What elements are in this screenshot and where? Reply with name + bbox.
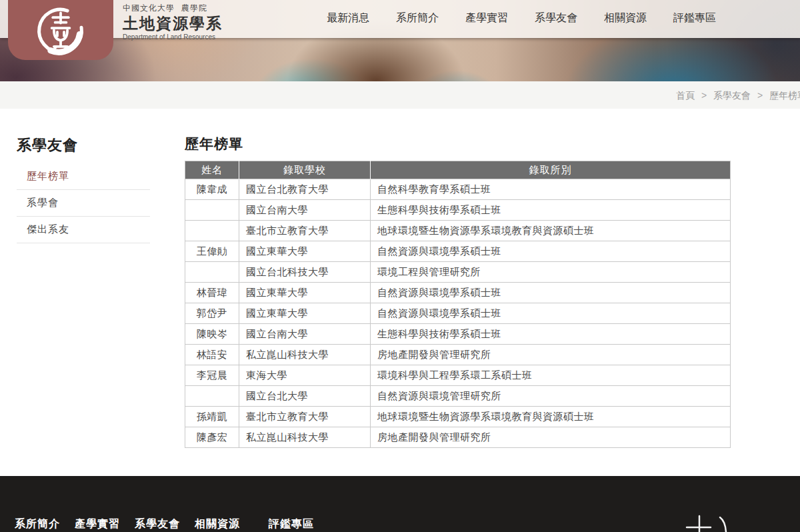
cell-program: 房地產開發與管理研究所 bbox=[371, 345, 731, 365]
table-row: 林語安私立崑山科技大學房地產開發與管理研究所 bbox=[185, 345, 731, 365]
cell-program: 生態科學與技術學系碩士班 bbox=[371, 324, 731, 345]
cell-name bbox=[185, 386, 239, 407]
cell-school: 臺北市立教育大學 bbox=[239, 407, 371, 427]
nav-item-evaluation[interactable]: 評鑑專區 bbox=[673, 11, 716, 25]
cell-school: 國立台北科技大學 bbox=[239, 262, 371, 283]
table-row: 陳韋成國立台北教育大學自然科學教育學系碩士班 bbox=[185, 179, 731, 200]
cell-school: 國立台北教育大學 bbox=[239, 179, 371, 200]
table-row: 孫靖凱臺北市立教育大學地球環境暨生物資源學系環境教育與資源碩士班 bbox=[185, 407, 731, 427]
cell-name bbox=[185, 262, 239, 283]
breadcrumb: 首頁 > 系學友會 > 歷年榜單 bbox=[676, 90, 800, 102]
honor-roll-table: 姓名 錄取學校 錄取所別 陳韋成國立台北教育大學自然科學教育學系碩士班 國立台南… bbox=[185, 161, 731, 448]
page: 最新消息 系所簡介 產學實習 系學友會 相關資源 評鑑專區 中國文化大學農學院 … bbox=[0, 0, 800, 532]
footer-link-evaluation[interactable]: 評鑑專區 bbox=[269, 517, 314, 531]
brand-text: 中國文化大學農學院 土地資源學系 Department of Land Reso… bbox=[123, 4, 223, 41]
footer-link-resources[interactable]: 相關資源 bbox=[195, 517, 240, 531]
cell-name: 孫靖凱 bbox=[185, 407, 239, 427]
sidebar-title: 系學友會 bbox=[17, 135, 150, 155]
cell-school: 東海大學 bbox=[239, 365, 371, 386]
cell-school: 國立東華大學 bbox=[239, 303, 371, 324]
cell-school: 私立崑山科技大學 bbox=[239, 427, 371, 448]
breadcrumb-separator: > bbox=[757, 90, 763, 101]
table-row: 陳映岑國立台南大學生態科學與技術學系碩士班 bbox=[185, 324, 731, 345]
footer-link-alumni[interactable]: 系學友會 bbox=[135, 517, 180, 531]
university-name: 中國文化大學 bbox=[123, 3, 175, 13]
cell-program: 自然資源與環境學系碩士班 bbox=[371, 283, 731, 303]
nav-item-resources[interactable]: 相關資源 bbox=[604, 11, 647, 25]
cell-program: 地球環境暨生物資源學系環境教育與資源碩士班 bbox=[371, 407, 731, 427]
cell-school: 私立崑山科技大學 bbox=[239, 345, 371, 365]
department-name: 土地資源學系 bbox=[123, 15, 223, 32]
cell-school: 國立東華大學 bbox=[239, 241, 371, 262]
cell-name: 林語安 bbox=[185, 345, 239, 365]
sidebar-item-student-association[interactable]: 系學會 bbox=[17, 190, 150, 217]
breadcrumb-band: 首頁 > 系學友會 > 歷年榜單 bbox=[0, 81, 800, 109]
cell-program: 房地產開發與管理研究所 bbox=[371, 427, 731, 448]
cell-program: 地球環境暨生物資源學系環境教育與資源碩士班 bbox=[371, 221, 731, 241]
top-bar: 最新消息 系所簡介 產學實習 系學友會 相關資源 評鑑專區 中國文化大學農學院 … bbox=[0, 0, 800, 38]
cell-name: 郭岱尹 bbox=[185, 303, 239, 324]
seal-logo-icon bbox=[27, 4, 94, 60]
sidebar-item-distinguished-alumni[interactable]: 傑出系友 bbox=[17, 217, 150, 243]
table-row: 臺北市立教育大學地球環境暨生物資源學系環境教育與資源碩士班 bbox=[185, 221, 731, 241]
sidebar-menu: 歷年榜單 系學會 傑出系友 bbox=[17, 163, 150, 243]
breadcrumb-home[interactable]: 首頁 bbox=[676, 90, 695, 101]
column-header-program: 錄取所別 bbox=[371, 161, 731, 179]
footer-seal-mark-icon bbox=[685, 515, 739, 532]
cell-school: 國立東華大學 bbox=[239, 283, 371, 303]
cell-school: 國立台南大學 bbox=[239, 200, 371, 221]
footer-nav: 系所簡介 產學實習 系學友會 相關資源 評鑑專區 bbox=[15, 517, 314, 531]
table-row: 王偉勛國立東華大學自然資源與環境學系碩士班 bbox=[185, 241, 731, 262]
cell-program: 自然資源與環境管理研究所 bbox=[371, 386, 731, 407]
cell-program: 生態科學與技術學系碩士班 bbox=[371, 200, 731, 221]
table-row: 郭岱尹國立東華大學自然資源與環境學系碩士班 bbox=[185, 303, 731, 324]
cell-name: 陳韋成 bbox=[185, 179, 239, 200]
cell-school: 臺北市立教育大學 bbox=[239, 221, 371, 241]
table-row: 李冠晨東海大學環境科學與工程學系環工系碩士班 bbox=[185, 365, 731, 386]
table-header-row: 姓名 錄取學校 錄取所別 bbox=[185, 161, 731, 179]
cell-program: 自然資源與環境學系碩士班 bbox=[371, 303, 731, 324]
footer-link-internship[interactable]: 產學實習 bbox=[75, 517, 120, 531]
nav-item-news[interactable]: 最新消息 bbox=[327, 11, 369, 25]
cell-school: 國立台北大學 bbox=[239, 386, 371, 407]
cell-name bbox=[185, 200, 239, 221]
department-logo[interactable] bbox=[8, 0, 113, 60]
cell-program: 環境科學與工程學系環工系碩士班 bbox=[371, 365, 731, 386]
cell-program: 自然資源與環境學系碩士班 bbox=[371, 241, 731, 262]
footer-link-about[interactable]: 系所簡介 bbox=[15, 517, 60, 531]
main-nav: 最新消息 系所簡介 產學實習 系學友會 相關資源 評鑑專區 bbox=[327, 11, 716, 25]
nav-item-internship[interactable]: 產學實習 bbox=[465, 11, 508, 25]
table-row: 國立台南大學生態科學與技術學系碩士班 bbox=[185, 200, 731, 221]
main-content: 歷年榜單 姓名 錄取學校 錄取所別 陳韋成國立台北教育大學自然科學教育學系碩士班… bbox=[185, 135, 731, 448]
table-row: 國立台北大學自然資源與環境管理研究所 bbox=[185, 386, 731, 407]
breadcrumb-current: 歷年榜單 bbox=[769, 90, 800, 101]
cell-name: 林晉瑋 bbox=[185, 283, 239, 303]
table-row: 國立台北科技大學環境工程與管理研究所 bbox=[185, 262, 731, 283]
sidebar: 系學友會 歷年榜單 系學會 傑出系友 bbox=[17, 135, 150, 243]
cell-school: 國立台南大學 bbox=[239, 324, 371, 345]
cell-name: 陳映岑 bbox=[185, 324, 239, 345]
page-title: 歷年榜單 bbox=[185, 135, 731, 153]
sidebar-item-honor-roll[interactable]: 歷年榜單 bbox=[17, 163, 150, 190]
column-header-school: 錄取學校 bbox=[239, 161, 371, 179]
cell-program: 自然科學教育學系碩士班 bbox=[371, 179, 731, 200]
table-row: 林晉瑋國立東華大學自然資源與環境學系碩士班 bbox=[185, 283, 731, 303]
nav-item-alumni[interactable]: 系學友會 bbox=[535, 11, 577, 25]
breadcrumb-separator: > bbox=[701, 90, 707, 101]
breadcrumb-alumni[interactable]: 系學友會 bbox=[713, 90, 751, 101]
table-row: 陳彥宏私立崑山科技大學房地產開發與管理研究所 bbox=[185, 427, 731, 448]
cell-name: 李冠晨 bbox=[185, 365, 239, 386]
cell-name: 陳彥宏 bbox=[185, 427, 239, 448]
department-name-en: Department of Land Resources bbox=[123, 33, 223, 41]
cell-name bbox=[185, 221, 239, 241]
column-header-name: 姓名 bbox=[185, 161, 239, 179]
nav-item-about[interactable]: 系所簡介 bbox=[396, 11, 439, 25]
cell-name: 王偉勛 bbox=[185, 241, 239, 262]
college-name: 農學院 bbox=[181, 3, 207, 13]
footer: 系所簡介 產學實習 系學友會 相關資源 評鑑專區 bbox=[0, 476, 800, 532]
cell-program: 環境工程與管理研究所 bbox=[371, 262, 731, 283]
